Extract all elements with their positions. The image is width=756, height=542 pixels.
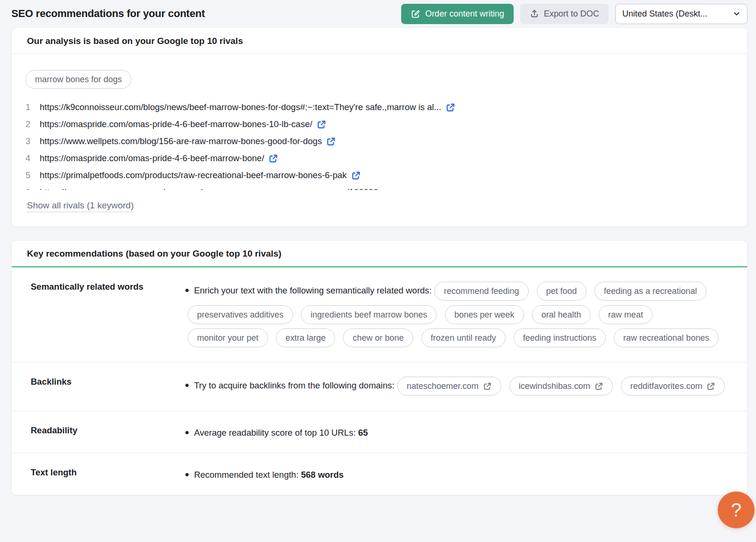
readability-content: ●Average readability score of top 10 URL… <box>185 422 728 439</box>
external-link-icon[interactable] <box>351 171 361 181</box>
rival-url: https://omaspride.com/omas-pride-4-6-bee… <box>40 153 264 163</box>
url-number: 6 <box>26 187 34 190</box>
section-readability: Readability ●Average readability score o… <box>12 411 747 453</box>
bullet-dot: ● <box>185 428 189 436</box>
order-content-writing-button[interactable]: Order content writing <box>401 4 514 24</box>
url-number: 5 <box>26 170 34 181</box>
semantic-word-chip: oral health <box>532 305 591 324</box>
rival-url: https://k9connoisseur.com/blogs/news/bee… <box>40 102 441 112</box>
readability-sentence: Average readability score of top 10 URLs… <box>194 428 356 438</box>
url-number: 2 <box>26 119 34 129</box>
backlinks-label: Backlinks <box>19 374 185 387</box>
rival-url-row: 5https://primalpetfoods.com/products/raw… <box>26 167 732 184</box>
semantic-word-chip: recommend feeding <box>434 282 528 301</box>
semantic-word-chip: ingredients beef marrow bones <box>301 305 437 324</box>
url-number: 1 <box>26 102 34 112</box>
export-to-doc-label: Export to DOC <box>544 9 599 19</box>
backlink-domain: nateschoemer.com <box>407 375 479 398</box>
region-device-select[interactable]: United States (Deskt... <box>615 4 747 24</box>
rival-url-row: 2https://omaspride.com/omas-pride-4-6-be… <box>26 116 732 133</box>
external-link-icon[interactable] <box>326 137 336 146</box>
external-link-icon[interactable] <box>483 382 492 391</box>
export-to-doc-button[interactable]: Export to DOC <box>520 4 609 24</box>
semantic-word-chip: chew or bone <box>343 328 413 347</box>
rivals-card-title: Our analysis is based on your Google top… <box>12 28 747 54</box>
backlink-domain: icewindshibas.com <box>519 375 590 398</box>
bullet-dot: ● <box>185 470 189 478</box>
text-length-content: ●Recommended text length: 568 words <box>185 465 728 482</box>
url-number: 3 <box>26 136 34 146</box>
rivals-card-body: marrow bones for dogs 1https://k9connois… <box>12 54 747 226</box>
help-button[interactable]: ? <box>718 491 755 528</box>
external-link-icon[interactable] <box>594 382 603 391</box>
rival-url-list: 1https://k9connoisseur.com/blogs/news/be… <box>26 99 732 190</box>
backlink-domain-chip[interactable]: nateschoemer.com <box>397 377 501 396</box>
backlinks-sentence: Try to acquire backlinks from the follow… <box>194 380 395 390</box>
rival-url-row: 4https://omaspride.com/omas-pride-4-6-be… <box>26 150 732 167</box>
backlink-domain-chip[interactable]: icewindshibas.com <box>509 377 613 396</box>
rival-url: https://omaspride.com/omas-pride-4-6-bee… <box>40 119 312 129</box>
semantic-word-chip: bones per week <box>445 305 524 324</box>
url-number: 4 <box>26 153 34 163</box>
backlinks-content: ●Try to acquire backlinks from the follo… <box>185 374 728 397</box>
section-backlinks: Backlinks ●Try to acquire backlinks from… <box>12 362 747 411</box>
semantic-words-content: ●Enrich your text with the following sem… <box>185 279 728 349</box>
semantic-word-chip: raw meat <box>599 305 653 324</box>
key-recommendations-card: Key recommendations (based on your Googl… <box>11 240 747 495</box>
semantic-word-chip: frozen until ready <box>421 328 506 347</box>
semantic-word-chip: preservatives additives <box>188 305 293 324</box>
rival-url: https://www.wellpets.com/blog/156-are-ra… <box>40 136 322 146</box>
page-header: SEO recommendations for your content Ord… <box>0 0 756 27</box>
page-title: SEO recommendations for your content <box>11 8 205 20</box>
header-actions: Order content writing Export to DOC Unit… <box>401 4 747 24</box>
order-content-writing-label: Order content writing <box>425 9 504 19</box>
show-all-rivals-link[interactable]: Show all rivals (1 keyword) <box>27 200 134 212</box>
external-link-icon[interactable] <box>706 382 715 391</box>
semantic-word-chip: monitor your pet <box>188 328 268 347</box>
semantic-word-chip: raw recreational bones <box>614 328 719 347</box>
text-length-label: Text length <box>19 465 185 478</box>
chevron-down-icon <box>733 10 740 17</box>
keyword-chip: marrow bones for dogs <box>26 70 131 89</box>
key-recommendations-title: Key recommendations (based on your Googl… <box>12 241 747 267</box>
section-semantic-words: Semantically related words ●Enrich your … <box>12 267 747 362</box>
bullet-dot: ● <box>185 381 189 389</box>
edit-pencil-icon <box>411 9 421 19</box>
rivals-analysis-card: Our analysis is based on your Google top… <box>11 27 747 227</box>
semantic-words-sentence: Enrich your text with the following sema… <box>194 285 432 295</box>
rival-url: https://www.xxxxxxxxxxxxx.com/xxxxxxxx/x… <box>40 187 378 190</box>
semantic-word-chip: feeding as a recreational <box>594 282 706 301</box>
external-link-icon[interactable] <box>446 103 455 112</box>
backlink-domain-chip[interactable]: redditfavorites.com <box>621 377 725 396</box>
text-length-value: 568 words <box>301 470 344 480</box>
external-link-icon[interactable] <box>268 154 278 163</box>
backlink-domain: redditfavorites.com <box>630 375 702 398</box>
text-length-sentence: Recommended text length: <box>194 470 299 480</box>
question-mark-icon: ? <box>731 499 741 521</box>
rival-url-row: 3https://www.wellpets.com/blog/156-are-r… <box>26 133 732 150</box>
export-upload-icon <box>530 9 539 18</box>
readability-label: Readability <box>19 422 185 436</box>
rival-url-row-clipped: 6https://www.xxxxxxxxxxxxx.com/xxxxxxxx/… <box>26 184 732 190</box>
semantic-word-chip: extra large <box>276 328 335 347</box>
section-text-length: Text length ●Recommended text length: 56… <box>12 453 747 495</box>
semantic-word-chip: feeding instructions <box>514 328 606 347</box>
external-link-icon[interactable] <box>317 120 326 129</box>
rival-url: https://primalpetfoods.com/products/raw-… <box>40 170 347 181</box>
region-device-value: United States (Deskt... <box>622 9 707 19</box>
rival-url-row: 1https://k9connoisseur.com/blogs/news/be… <box>26 99 732 116</box>
semantic-words-label: Semantically related words <box>19 279 185 292</box>
bullet-dot: ● <box>185 286 189 294</box>
semantic-word-chip: pet food <box>537 282 586 301</box>
readability-score: 65 <box>358 428 368 438</box>
